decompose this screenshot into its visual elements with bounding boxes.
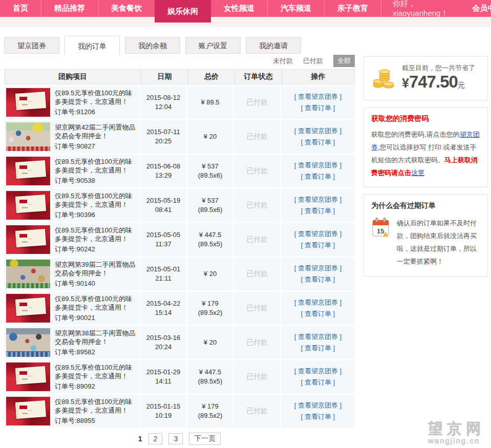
order-date: 2015-07-11 [146,127,180,137]
nav-item-home[interactable]: 首页 [0,0,41,17]
currency-symbol: ¥ [402,76,409,90]
order-price-cell: ¥ 447.5 (89.5x5) [187,223,234,256]
next-page-button[interactable]: 下一页 [189,433,221,445]
expired-body: 15 ! 确认后的订单如果不及时付款，团购结束后就没法再买啦，这就是过期订单，所… [371,217,480,268]
order-price-note: (89.5x2) [198,411,223,420]
page-2-button[interactable]: 2 [148,433,163,444]
tab-invitations[interactable]: 我的邀请 [246,37,301,54]
order-status: 已付款 [246,201,268,210]
order-price: ¥ 537 [202,162,219,171]
sidebar: 截至目前，您一共节省了 ¥747.50元 获取您的消费密码 获取您的消费密码,请… [364,56,488,283]
order-action-cell: [ 查看望京团券 ] [ 查看订单 ] [281,258,355,290]
expired-orders-box: 为什么会有过期订单 15 ! 确认后的订单如果不及时付款，团购结束后就没法再买啦… [364,194,488,276]
order-item-cell: 望京网第42届二手闲置物品交易会专用押金！ 订单号:90827 [4,120,140,153]
order-thumbnail[interactable] [6,260,50,288]
view-coupon-link[interactable]: [ 查看望京团券 ] [294,228,341,240]
view-coupon-link[interactable]: [ 查看望京团券 ] [294,366,341,377]
filter-unpaid[interactable]: 未付款 [273,56,293,66]
order-item-cell: 仅89.5元享价值100元的味多美提货卡，北京通用！ 订单号:89092 [4,360,140,393]
view-coupon-link[interactable]: [ 查看望京团券 ] [294,400,341,411]
order-status-cell: 已付款 [234,326,281,359]
order-price-note: (89.5x5) [198,240,223,249]
order-date-cell: 2015-07-11 20:25 [140,120,187,153]
view-order-link[interactable]: [ 查看订单 ] [301,308,335,319]
order-status-cell: 已付款 [234,120,281,153]
orders-rows: 仅89.5元享价值100元的味多美提货卡，北京通用！ 订单号:91206 201… [4,86,355,428]
view-coupon-link[interactable]: [ 查看望京团券 ] [294,125,341,137]
order-thumbnail[interactable] [6,157,50,185]
nav-item-auto[interactable]: 汽车频道 [267,0,324,17]
order-text: 仅89.5元享价值100元的味多美提货卡，北京通用！ 订单号:90242 [55,226,136,254]
order-title: 仅89.5元享价值100元的味多美提货卡，北京通用！ [55,294,136,312]
order-thumbnail[interactable] [6,88,50,117]
view-order-link[interactable]: [ 查看订单 ] [301,240,335,251]
order-date: 2015-08-12 [146,93,181,102]
order-thumbnail[interactable] [6,191,50,220]
order-status: 已付款 [246,304,268,313]
order-price: ¥ 447.5 [199,368,221,377]
view-coupon-link[interactable]: [ 查看望京团券 ] [294,263,341,274]
order-number: 订单号:90242 [55,245,136,254]
nav-item-parenting[interactable]: 亲子教育 [324,0,381,17]
view-coupon-link[interactable]: [ 查看望京团券 ] [294,160,341,171]
order-thumbnail[interactable] [6,225,50,254]
view-order-link[interactable]: [ 查看订单 ] [301,411,335,422]
filter-paid[interactable]: 已付款 [303,56,323,66]
view-coupon-link[interactable]: [ 查看望京团券 ] [294,297,341,308]
order-title: 仅89.5元享价值100元的味多美提货卡，北京通用！ [55,363,136,380]
order-text: 仅89.5元享价值100元的味多美提货卡，北京通用！ 订单号:90021 [55,294,136,323]
tab-balance[interactable]: 我的余额 [125,37,180,54]
watermark-domain: wangjing.cn [428,436,485,445]
nav-item-food[interactable]: 美食餐饮 [98,0,155,17]
here-link[interactable]: 这里 [411,169,424,177]
savings-unit: 元 [458,81,465,89]
password-text: 获取您的消费密码,请点击您的望京团券,您可以选择抄写 打印 或者发送手机短信的方… [371,128,480,179]
view-order-link[interactable]: [ 查看订单 ] [301,343,335,354]
header-item: 团购项目 [5,70,141,84]
order-thumbnail[interactable] [6,328,50,357]
order-price-note: (89.5x2) [198,308,223,317]
table-row: 仅89.5元享价值100元的味多美提货卡，北京通用！ 订单号:90242 201… [4,223,355,256]
order-date-cell: 2015-06-08 13:29 [140,155,187,187]
tab-coupons[interactable]: 望京团券 [4,37,59,54]
order-title: 望京网第42届二手闲置物品交易会专用押金！ [55,123,136,140]
order-price-note: (89.5x5) [198,377,223,386]
order-number: 订单号:90396 [55,210,136,220]
order-price: ¥ 179 [202,299,219,308]
order-thumbnail[interactable] [6,122,50,151]
order-date: 2015-01-15 [146,402,181,411]
order-date: 2015-03-16 [146,333,181,343]
order-price: ¥ 20 [204,132,217,141]
table-row: 仅89.5元享价值100元的味多美提货卡，北京通用！ 订单号:88955 201… [4,395,355,428]
view-order-link[interactable]: [ 查看订单 ] [301,377,335,388]
order-thumbnail[interactable] [6,397,50,425]
order-date: 2015-05-05 [146,230,181,240]
view-order-link[interactable]: [ 查看订单 ] [301,102,335,114]
nav-item-women[interactable]: 女性频道 [211,0,267,17]
table-row: 仅89.5元享价值100元的味多美提货卡，北京通用！ 订单号:90396 201… [4,189,355,222]
table-row: 仅89.5元享价值100元的味多美提货卡，北京通用！ 订单号:91206 201… [4,86,355,119]
filter-all[interactable]: 全部 [333,55,355,67]
tab-account-settings[interactable]: 账户设置 [185,37,241,54]
tab-my-orders[interactable]: 我的订单 [65,36,120,55]
gold-coins-icon [372,66,396,91]
table-row: 仅89.5元享价值100元的味多美提货卡，北京通用！ 订单号:90538 201… [4,155,355,187]
savings-amount: ¥747.50元 [402,73,475,94]
order-date: 2015-04-22 [146,299,181,308]
nav-item-entertainment[interactable]: 娱乐休闲 [155,0,211,23]
view-order-link[interactable]: [ 查看订单 ] [301,171,335,182]
view-coupon-link[interactable]: [ 查看望京团券 ] [294,194,341,205]
view-coupon-link[interactable]: [ 查看望京团券 ] [294,331,341,343]
order-thumbnail[interactable] [6,362,50,391]
page-3-button[interactable]: 3 [168,433,183,444]
nav-member-center[interactable]: 会员中心 [459,0,491,17]
view-order-link[interactable]: [ 查看订单 ] [301,137,335,148]
order-price-note: (89.5x6) [198,205,223,215]
order-thumbnail[interactable] [6,294,50,323]
view-coupon-link[interactable]: [ 查看望京团券 ] [294,91,341,102]
view-order-link[interactable]: [ 查看订单 ] [301,274,335,285]
nav-item-featured[interactable]: 精品推荐 [41,0,98,17]
view-order-link[interactable]: [ 查看订单 ] [301,205,335,217]
order-price: ¥ 20 [204,269,217,279]
top-navbar: 首页 精品推荐 美食餐饮 娱乐休闲 女性频道 汽车频道 亲子教育 你好，xiao… [0,0,491,17]
